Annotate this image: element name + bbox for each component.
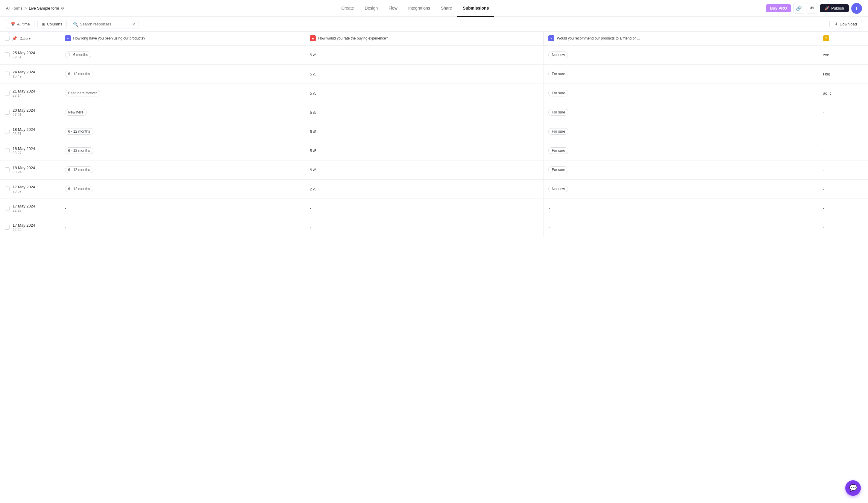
col3-tag: For sure (548, 166, 568, 173)
time-value: 00:24 (12, 170, 35, 174)
date-value: 24 May 2024 (12, 70, 35, 74)
col1-tag: New here (65, 109, 87, 115)
all-time-button[interactable]: 📅 All time (6, 20, 34, 29)
all-time-label: All time (17, 22, 30, 26)
time-value: 23:57 (12, 189, 35, 193)
col2-cell: - (305, 218, 544, 237)
time-value: 22:25 (12, 227, 35, 232)
row-checkbox[interactable] (5, 52, 10, 57)
row-checkbox[interactable] (5, 91, 10, 95)
preview-button[interactable]: 👁 (807, 3, 817, 14)
search-clear-button[interactable]: ✕ (132, 22, 136, 27)
submissions-table-container: 📌 Date ▾ ≡ How long have you been using … (0, 32, 868, 501)
col1-tag: Been here forever (65, 90, 100, 96)
table-row: 17 May 202422:28---- (0, 198, 868, 218)
col2-header-text: How would you rate the buying experience… (318, 36, 388, 40)
col3-cell: For sure (544, 103, 818, 122)
tab-create[interactable]: Create (336, 0, 360, 17)
col3-cell: For sure (544, 64, 818, 83)
col1-cell: - (60, 218, 305, 237)
table-row: 18 May 202400:246 - 12 months5 /5For sur… (0, 160, 868, 179)
tab-share[interactable]: Share (435, 0, 457, 17)
row-checkbox[interactable] (5, 72, 10, 76)
col1-cell: 6 - 12 months (60, 64, 305, 83)
col1-cell: New here (60, 103, 305, 122)
date-value: 18 May 2024 (12, 166, 35, 170)
row-checkbox[interactable] (5, 186, 10, 191)
all-forms-link[interactable]: All Forms (6, 6, 22, 10)
table-row: 25 May 202409:511 - 6 months5 /5Not nowz… (0, 45, 868, 64)
col3-cell: Not now (544, 179, 818, 198)
col1-tag: 6 - 12 months (65, 166, 93, 173)
col4-cell: ad,,c (818, 83, 868, 103)
col3-cell: Not now (544, 45, 818, 64)
date-cell: 21 May 202423:14 (0, 83, 60, 103)
tab-design[interactable]: Design (360, 0, 383, 17)
date-cell: 18 May 202408:27 (0, 141, 60, 160)
download-icon: ⬇ (835, 22, 838, 26)
col4-cell: - (818, 179, 868, 198)
row-checkbox[interactable] (5, 225, 10, 230)
tab-submissions[interactable]: Submissions (457, 0, 494, 17)
col1-cell: 6 - 12 months (60, 160, 305, 179)
date-cell: 18 May 202408:51 (0, 122, 60, 141)
breadcrumb: All Forms > Live Sample form ⚙ (6, 6, 64, 11)
col1-tag: 1 - 6 months (65, 51, 92, 58)
col4-cell: - (818, 198, 868, 218)
date-value: 17 May 2024 (12, 185, 35, 189)
table-row: 17 May 202422:25---- (0, 218, 868, 237)
col2-cell: 5 /5 (305, 103, 544, 122)
gear-icon[interactable]: ⚙ (61, 6, 64, 10)
calendar-icon: 📅 (10, 22, 15, 26)
col2-cell: 2 /5 (305, 179, 544, 198)
col4-cell: - (818, 141, 868, 160)
table-row: 21 May 202423:14Been here forever5 /5For… (0, 83, 868, 103)
col3-cell: For sure (544, 83, 818, 103)
time-value: 09:51 (12, 55, 35, 59)
col3-tag: For sure (548, 109, 568, 115)
col1-cell: 1 - 6 months (60, 45, 305, 64)
chat-button[interactable]: 💬 (845, 480, 861, 496)
col1-type-icon: ≡ (65, 35, 71, 41)
nav-actions: BuyPRO 🔗 👁 🚀 Publish I (766, 3, 862, 14)
table-row: 18 May 202408:276 - 12 months5 /5For sur… (0, 141, 868, 160)
download-button[interactable]: ⬇ Download (829, 20, 862, 29)
top-navigation: All Forms > Live Sample form ⚙ Create De… (0, 0, 868, 17)
row-checkbox[interactable] (5, 110, 10, 115)
pin-icon: 📌 (12, 36, 17, 41)
row-checkbox[interactable] (5, 206, 10, 211)
row-checkbox[interactable] (5, 148, 10, 153)
col2-cell: 5 /5 (305, 45, 544, 64)
col3-tag: For sure (548, 147, 568, 154)
date-cell: 18 May 202400:24 (0, 160, 60, 179)
link-button[interactable]: 🔗 (794, 3, 804, 14)
col3-cell: - (544, 218, 818, 237)
date-cell: 24 May 202418:49 (0, 64, 60, 83)
col1-tag: 6 - 12 months (65, 71, 93, 77)
buy-pro-button[interactable]: BuyPRO (766, 4, 792, 12)
col2-cell: 5 /5 (305, 160, 544, 179)
col4-cell: - (818, 103, 868, 122)
col3-cell: For sure (544, 141, 818, 160)
col1-header: ≡ How long have you been using our produ… (60, 32, 305, 45)
avatar[interactable]: I (851, 3, 862, 14)
nav-tabs: Create Design Flow Integrations Share Su… (67, 0, 763, 17)
form-name: Live Sample form (29, 6, 59, 10)
row-checkbox[interactable] (5, 129, 10, 134)
date-sort[interactable]: Date ▾ (19, 36, 31, 41)
download-label: Download (839, 22, 857, 26)
tab-integrations[interactable]: Integrations (403, 0, 435, 17)
publish-button[interactable]: 🚀 Publish (820, 4, 849, 12)
col4-cell: - (818, 160, 868, 179)
col2-cell: - (305, 198, 544, 218)
tab-flow[interactable]: Flow (383, 0, 403, 17)
select-all-checkbox[interactable] (5, 36, 10, 41)
table-row: 18 May 202408:516 - 12 months5 /5For sur… (0, 122, 868, 141)
row-checkbox[interactable] (5, 167, 10, 172)
rocket-icon: 🚀 (825, 6, 829, 10)
col3-header-text: Would you recommend our products to a fr… (557, 36, 640, 40)
col4-type-icon: T (823, 35, 829, 41)
columns-button[interactable]: ⊞ Columns (38, 20, 67, 29)
date-cell: 20 May 202407:51 (0, 103, 60, 122)
search-input[interactable] (80, 22, 130, 26)
